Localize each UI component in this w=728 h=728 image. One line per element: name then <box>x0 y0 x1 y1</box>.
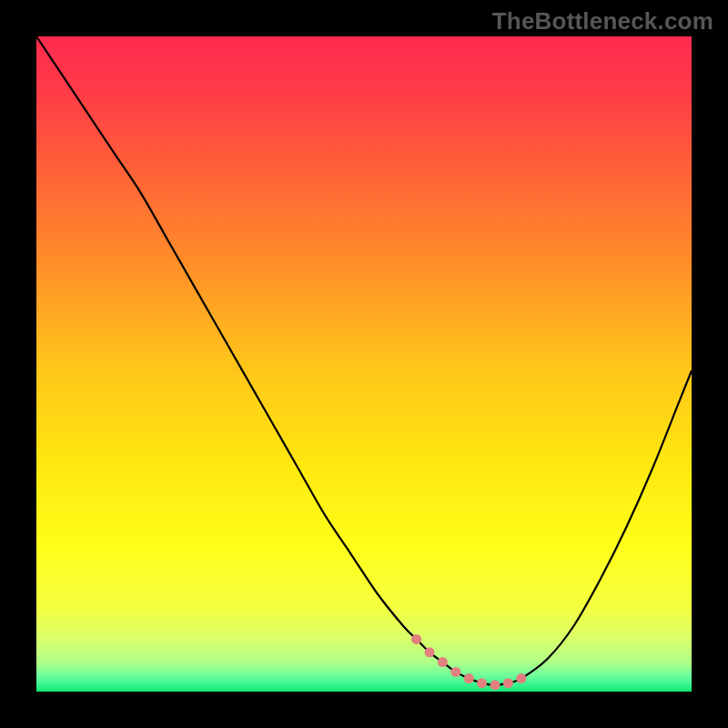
marker-point <box>477 678 487 688</box>
chart-frame: TheBottleneck.com <box>0 0 728 728</box>
curve-layer <box>36 36 692 692</box>
marker-point <box>438 657 448 667</box>
marker-point <box>450 667 460 677</box>
flat-region-markers <box>411 634 526 690</box>
plot-area <box>36 36 692 692</box>
marker-point <box>490 680 500 690</box>
marker-point <box>425 647 435 657</box>
watermark-text: TheBottleneck.com <box>492 7 713 35</box>
bottleneck-curve <box>36 36 692 685</box>
marker-point <box>516 673 526 683</box>
marker-point <box>411 634 421 644</box>
marker-point <box>464 673 474 683</box>
marker-point <box>503 678 513 688</box>
